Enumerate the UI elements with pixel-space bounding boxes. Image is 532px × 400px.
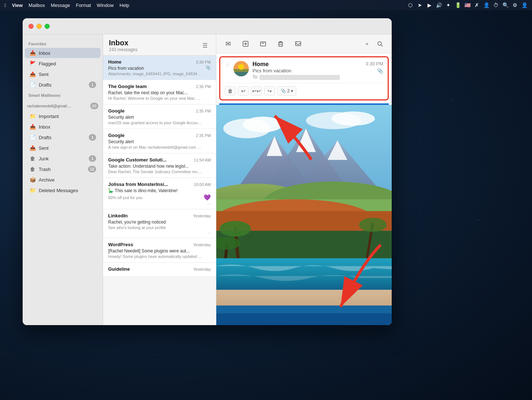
on-my-mac-badge: 88 — [90, 103, 98, 109]
traffic-lights — [28, 24, 50, 29]
message-item-5[interactable]: Google Customer Soluti... 11:54 AM Take … — [103, 153, 216, 178]
email-subject-line: Pics from vacation — [252, 68, 362, 73]
inbox-count: 243 messages — [109, 47, 137, 52]
message-6-time: 10:00 AM — [194, 182, 211, 187]
message-2-subject: Rachel, take the next step on your Mac..… — [108, 90, 211, 95]
archive-icon: 📦 — [29, 176, 36, 183]
message-1-attachment-icon: 📎 — [205, 65, 211, 70]
message-8-preview: Howdy! Some plugins have automatically u… — [108, 254, 203, 259]
message-7-time: Yesterday — [193, 214, 211, 218]
email-attachments-button[interactable]: 📎 2 ▾ — [277, 86, 296, 96]
sidebar-item-gmail-drafts[interactable]: 📄 Drafts 1 — [25, 132, 100, 142]
filter-button[interactable]: ☰ — [200, 41, 210, 51]
message-item-2[interactable]: The Google team 2:36 PM Rachel, take the… — [103, 80, 216, 104]
deleted-icon: 📁 — [29, 187, 36, 194]
svg-point-11 — [378, 42, 381, 45]
message-8-header: WordPress Yesterday — [108, 242, 211, 247]
menu-help[interactable]: Help — [119, 3, 129, 8]
menu-mailbox[interactable]: Mailbox — [28, 3, 45, 8]
message-4-subject: Security alert — [108, 139, 211, 144]
attachment-icon: 📎 — [377, 68, 383, 74]
sidebar-item-sent[interactable]: 📤 Sent — [25, 69, 100, 79]
message-6-emoji: 💜 — [204, 194, 211, 201]
message-item-8[interactable]: WordPress Yesterday [Rachel Needell] Som… — [103, 238, 216, 263]
dropbox-icon: ⬡ — [407, 2, 414, 8]
drafts-icon: 📄 — [29, 81, 36, 88]
sidebar-item-trash[interactable]: 🗑 Trash 12 — [25, 164, 100, 174]
search-button[interactable] — [374, 38, 386, 50]
sidebar-item-archive[interactable]: 📦 Archive — [25, 175, 100, 185]
inbox-title: Inbox — [109, 39, 137, 47]
compose-button[interactable] — [240, 38, 251, 50]
archive-button[interactable] — [257, 38, 269, 50]
svg-point-21 — [331, 111, 375, 126]
important-icon: 📁 — [29, 113, 36, 119]
message-4-preview: A new sign-in on Mac rachaleneedell@gmai… — [108, 145, 203, 149]
sidebar-item-flagged[interactable]: 🚩 Flagged — [25, 58, 100, 69]
play-icon: ▶ — [426, 2, 433, 8]
delete-button[interactable] — [275, 38, 286, 50]
drafts-badge: 1 — [89, 81, 96, 88]
email-to-label: To: — [252, 75, 258, 80]
junk-button[interactable] — [292, 38, 304, 50]
close-button[interactable] — [28, 24, 34, 29]
email-forward-button[interactable]: ↪ — [264, 86, 275, 96]
message-1-time: 3:30 PM — [196, 60, 211, 64]
message-item-9[interactable]: Guideline Yesterday — [103, 263, 216, 277]
junk-badge: 1 — [89, 155, 96, 162]
attachment-count: 2 — [287, 88, 290, 94]
message-5-preview: Dear Rachel, The Senate Judiciary Commit… — [108, 169, 203, 174]
svg-point-15 — [238, 64, 244, 70]
menu-window[interactable]: Window — [97, 3, 114, 8]
message-item-6[interactable]: Jolissa from MonsterInsi... 10:00 AM 🦕 T… — [103, 178, 216, 209]
message-item-7[interactable]: LinkedIn Yesterday Rachel, you're gettin… — [103, 209, 216, 238]
menu-message[interactable]: Message — [51, 3, 70, 8]
zoom-button[interactable] — [45, 24, 50, 29]
sidebar-sent-label: Sent — [39, 72, 96, 77]
message-item-3[interactable]: Google 2:35 PM Security alert macOS was … — [103, 104, 216, 129]
menu-apple[interactable]:  — [4, 3, 6, 8]
email-header-top: ☆ Home Pics from vacation — [225, 61, 383, 80]
menu-bar-left:  View Mailbox Message Format Window Hel… — [4, 3, 129, 8]
message-6-header: Jolissa from MonsterInsi... 10:00 AM — [108, 182, 211, 187]
message-item-1[interactable]: Home 3:30 PM Pics from vacation Attachme… — [103, 56, 216, 80]
svg-line-12 — [381, 45, 383, 46]
message-6-footer: 60% off just for you 💜 — [108, 194, 211, 201]
sidebar-flagged-label: Flagged — [39, 61, 96, 66]
message-6-preview: 60% off just for you — [108, 195, 142, 200]
message-4-header: Google 2:35 PM — [108, 133, 211, 138]
message-3-sender: Google — [108, 108, 125, 114]
control-center-icon: ⚙ — [512, 2, 518, 8]
email-delete-button[interactable]: 🗑 — [225, 86, 236, 96]
email-header-right: 3:30 PM 📎 — [366, 61, 383, 74]
sidebar-inbox-label: Inbox — [39, 50, 96, 56]
paperclip-icon: 📎 — [281, 88, 286, 94]
minimize-button[interactable] — [37, 24, 42, 29]
menu-format[interactable]: Format — [76, 3, 91, 8]
gmail-sent-icon: 📤 — [29, 145, 36, 151]
sidebar-item-gmail-sent[interactable]: 📤 Sent — [25, 143, 100, 153]
message-list-header: Inbox 243 messages ☰ — [103, 34, 216, 56]
sidebar-item-inbox[interactable]: 📥 Inbox — [25, 48, 100, 58]
star-button[interactable]: ☆ — [225, 61, 230, 68]
menu-view[interactable]: View — [12, 3, 23, 8]
message-5-sender: Google Customer Soluti... — [108, 157, 167, 163]
sidebar-item-junk[interactable]: 🗑 Junk 1 — [25, 153, 100, 164]
more-button[interactable]: » — [366, 41, 368, 46]
email-reply-all-button[interactable]: ↩↩ — [251, 86, 262, 96]
sidebar-item-deleted[interactable]: 📁 Deleted Messages — [25, 185, 100, 195]
gmail-drafts-icon: 📄 — [29, 134, 36, 141]
message-item-4[interactable]: Google 2:35 PM Security alert A new sign… — [103, 129, 216, 153]
sidebar-item-gmail-inbox[interactable]: 📥 Inbox — [25, 122, 100, 132]
sidebar-item-important[interactable]: 📁 Important — [25, 111, 100, 121]
svg-point-37 — [359, 218, 387, 232]
new-message-button[interactable]: ✉ — [222, 38, 234, 50]
menu-bar:  View Mailbox Message Format Window Hel… — [0, 0, 532, 10]
email-sender-info: Home Pics from vacation To: — [252, 61, 362, 80]
sidebar-trash-label: Trash — [39, 167, 85, 172]
message-7-subject: Rachel, you're getting noticed — [108, 220, 211, 225]
trash-icon: 🗑 — [29, 166, 36, 172]
sidebar-item-drafts[interactable]: 📄 Drafts 1 — [25, 80, 100, 90]
email-reply-button[interactable]: ↩ — [238, 86, 249, 96]
svg-point-35 — [219, 221, 251, 237]
